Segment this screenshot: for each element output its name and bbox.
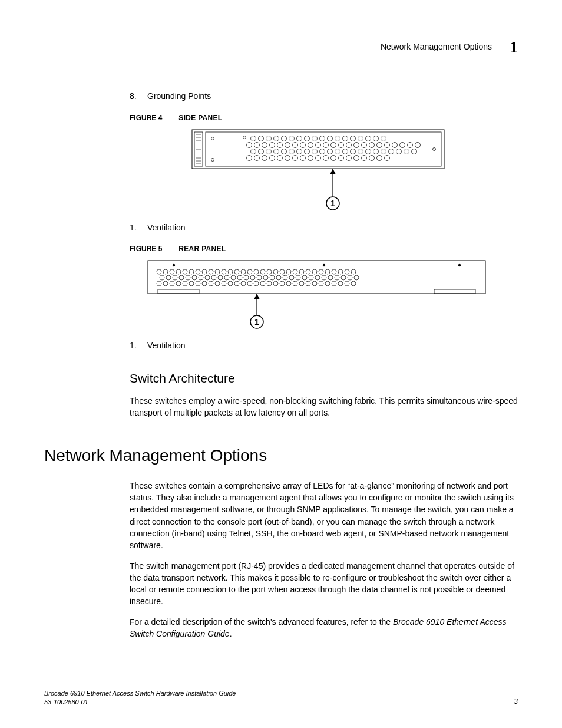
svg-point-145 <box>218 275 223 280</box>
svg-point-64 <box>320 149 325 154</box>
svg-point-13 <box>243 136 246 139</box>
svg-point-179 <box>234 281 239 286</box>
figure4-label: FIGURE 4 <box>130 113 162 123</box>
footer-doc-number: 53-1002580-01 <box>44 698 236 707</box>
svg-point-178 <box>228 281 233 286</box>
svg-point-10 <box>211 137 214 140</box>
svg-point-113 <box>209 269 213 274</box>
svg-point-56 <box>259 149 264 154</box>
para3-pre: For a detailed description of the switch… <box>130 617 393 627</box>
svg-point-31 <box>381 136 386 141</box>
svg-point-134 <box>345 269 349 274</box>
svg-point-146 <box>224 275 229 280</box>
svg-point-87 <box>323 155 329 160</box>
svg-point-114 <box>215 269 220 274</box>
svg-point-101 <box>323 264 325 266</box>
svg-point-35 <box>270 142 275 147</box>
svg-point-144 <box>211 275 216 280</box>
svg-point-143 <box>205 275 210 280</box>
svg-point-182 <box>254 281 259 286</box>
svg-point-23 <box>320 136 325 141</box>
svg-point-20 <box>297 136 302 141</box>
svg-point-85 <box>308 155 313 160</box>
svg-point-11 <box>211 158 214 161</box>
svg-point-43 <box>331 142 336 147</box>
svg-point-44 <box>339 142 344 147</box>
svg-point-61 <box>297 149 302 154</box>
header-chapter-number: 1 <box>510 35 518 58</box>
svg-point-24 <box>328 136 333 141</box>
para-network-2: The switch management port (RJ-45) provi… <box>130 560 518 608</box>
svg-point-128 <box>306 269 310 274</box>
para3-post: . <box>230 629 232 638</box>
svg-point-27 <box>351 136 356 141</box>
heading-network-management: Network Management Options <box>44 444 518 467</box>
svg-point-174 <box>202 281 207 286</box>
svg-point-190 <box>306 281 310 286</box>
svg-point-54 <box>415 142 421 147</box>
svg-point-136 <box>160 275 164 280</box>
svg-point-135 <box>351 269 356 274</box>
svg-point-100 <box>173 264 175 266</box>
svg-point-48 <box>369 142 375 147</box>
figure5-label: FIGURE 5 <box>130 244 162 254</box>
svg-point-51 <box>392 142 398 147</box>
svg-point-139 <box>179 275 184 280</box>
svg-point-138 <box>173 275 177 280</box>
svg-point-150 <box>250 275 255 280</box>
svg-point-105 <box>157 269 161 274</box>
svg-rect-0 <box>192 130 444 169</box>
svg-point-41 <box>316 142 321 147</box>
svg-point-47 <box>362 142 367 147</box>
svg-point-132 <box>332 269 336 274</box>
svg-point-94 <box>377 155 382 160</box>
svg-point-181 <box>247 281 252 286</box>
svg-point-93 <box>369 155 375 160</box>
svg-point-86 <box>316 155 321 160</box>
svg-point-106 <box>163 269 168 274</box>
svg-point-157 <box>296 275 300 280</box>
svg-point-156 <box>289 275 294 280</box>
svg-point-167 <box>157 281 161 286</box>
svg-point-102 <box>458 264 461 266</box>
svg-point-170 <box>176 281 181 286</box>
svg-point-46 <box>354 142 359 147</box>
svg-point-15 <box>259 136 264 141</box>
list-number: 8. <box>130 91 140 103</box>
svg-point-187 <box>286 281 291 286</box>
svg-point-133 <box>338 269 343 274</box>
svg-point-34 <box>262 142 267 147</box>
svg-point-70 <box>366 149 371 154</box>
svg-point-195 <box>338 281 343 286</box>
svg-point-90 <box>346 155 352 160</box>
list-item-grounding: 8. Grounding Points <box>130 91 518 103</box>
svg-point-108 <box>176 269 181 274</box>
svg-point-177 <box>222 281 226 286</box>
svg-point-95 <box>385 155 390 160</box>
svg-point-142 <box>199 275 203 280</box>
svg-point-12 <box>433 147 436 150</box>
svg-point-122 <box>267 269 272 274</box>
svg-point-197 <box>351 281 356 286</box>
svg-point-172 <box>189 281 194 286</box>
svg-point-68 <box>351 149 356 154</box>
svg-marker-199 <box>254 294 260 299</box>
svg-point-196 <box>345 281 349 286</box>
svg-point-26 <box>343 136 348 141</box>
svg-point-158 <box>302 275 307 280</box>
svg-point-79 <box>262 155 267 160</box>
figure5-legend: 1. Ventilation <box>130 340 518 352</box>
svg-point-149 <box>244 275 249 280</box>
svg-point-164 <box>341 275 346 280</box>
svg-point-151 <box>257 275 262 280</box>
svg-point-32 <box>247 142 252 147</box>
svg-point-176 <box>215 281 220 286</box>
svg-point-171 <box>183 281 187 286</box>
svg-point-109 <box>183 269 187 274</box>
svg-point-120 <box>254 269 259 274</box>
svg-point-53 <box>408 142 413 147</box>
svg-point-131 <box>325 269 330 274</box>
figure5-callout-number: 1 <box>254 317 259 327</box>
svg-point-66 <box>335 149 340 154</box>
figure4-legend: 1. Ventilation <box>130 222 518 234</box>
